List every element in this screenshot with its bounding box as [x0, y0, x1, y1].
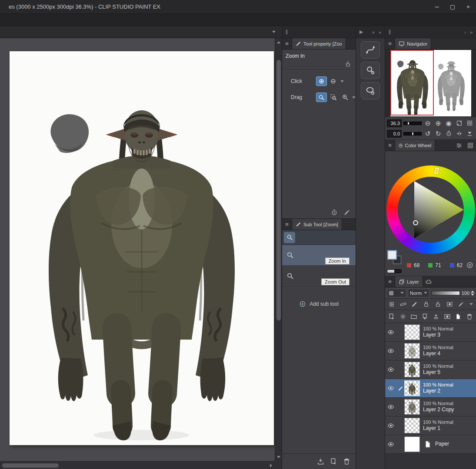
layer-row-layer2[interactable]: 100 % Normal Layer 2: [385, 379, 476, 398]
rotate-value-field[interactable]: 0.0: [387, 130, 402, 138]
color-wheel[interactable]: [386, 165, 475, 254]
fit-to-window-button[interactable]: [465, 119, 474, 128]
layer-row-paper[interactable]: Paper: [385, 435, 476, 454]
zoom-out-button[interactable]: ⊖: [423, 119, 432, 128]
delete-sub-tool-icon[interactable]: [343, 458, 350, 465]
collapse-right-icon[interactable]: ▶: [359, 29, 363, 35]
visibility-eye-icon[interactable]: [385, 329, 396, 336]
panel-menu-icon[interactable]: ≡: [385, 140, 395, 151]
canvas-viewport[interactable]: [0, 38, 275, 461]
rotate-left-button[interactable]: ↺: [423, 129, 432, 138]
ellipse-tool-button[interactable]: [361, 82, 380, 99]
zoom-value-field[interactable]: 36.3: [387, 119, 402, 127]
set-ruler-button[interactable]: [400, 301, 406, 307]
tab-sub-tool[interactable]: Sub Tool [Zoom]: [292, 219, 342, 230]
vertical-scrollbar[interactable]: [275, 38, 282, 461]
minimize-button[interactable]: ─: [429, 0, 445, 14]
drag-dropdown-icon[interactable]: [352, 96, 356, 99]
layer-row-layer5[interactable]: 100 % Normal Layer 5: [385, 360, 476, 379]
collapse-right-icon[interactable]: ›: [464, 30, 466, 35]
new-folder-button[interactable]: [410, 313, 417, 320]
sub-tool-item-zoom-out[interactable]: Zoom Out: [282, 266, 356, 287]
delete-layer-button[interactable]: [466, 313, 473, 320]
horizontal-scroll-thumb[interactable]: [2, 463, 59, 468]
tab-color-wheel[interactable]: ◎ Color Wheel: [395, 140, 435, 151]
layer-color-dropdown[interactable]: [387, 289, 406, 297]
zoom-tool-icon[interactable]: [284, 232, 295, 243]
enable-mask-button[interactable]: [446, 301, 453, 307]
sub-tool-item-zoom-in[interactable]: Zoom In: [282, 245, 356, 266]
panel-grip-icon[interactable]: ∥: [389, 29, 391, 35]
navigator-preview[interactable]: [385, 50, 476, 117]
copy-sub-tool-icon[interactable]: [330, 458, 337, 465]
visibility-eye-icon[interactable]: [385, 441, 396, 448]
fit-to-screen-button[interactable]: [455, 119, 463, 128]
rotate-slider[interactable]: [403, 132, 422, 135]
sub-tool-group-row[interactable]: [282, 230, 356, 245]
reference-layer-button[interactable]: [411, 301, 418, 307]
hide-setting-icon[interactable]: [343, 209, 350, 216]
main-color-swatch[interactable]: [387, 250, 397, 260]
drag-cancel-zoom-button[interactable]: [340, 92, 350, 102]
tab-navigator[interactable]: Navigator: [395, 38, 431, 49]
panel-menu-icon[interactable]: ≡: [385, 276, 395, 287]
new-raster-layer-button[interactable]: [388, 313, 395, 320]
restore-default-icon[interactable]: [331, 209, 338, 216]
layer-row-layer3[interactable]: 100 % Normal Layer 3: [385, 323, 476, 342]
draft-layer-button[interactable]: [458, 301, 464, 307]
panel-menu-icon[interactable]: ≡: [282, 38, 292, 49]
navigator-view-rectangle[interactable]: [390, 50, 434, 116]
tab-tool-property[interactable]: Tool property [Zoo: [292, 38, 346, 49]
sv-cursor[interactable]: [413, 220, 418, 225]
tab-layer-search[interactable]: [423, 276, 434, 287]
drawing-canvas[interactable]: [10, 51, 274, 445]
visibility-eye-icon[interactable]: [385, 347, 396, 354]
dock-right-icon[interactable]: »: [470, 30, 473, 35]
reset-rotate-button[interactable]: [444, 129, 453, 138]
scroll-up-icon[interactable]: [277, 41, 280, 43]
merge-to-lower-button[interactable]: [433, 313, 439, 320]
transparent-color-button[interactable]: [387, 269, 402, 273]
click-zoom-out-button[interactable]: ⊖: [328, 76, 339, 86]
zoom-100-button[interactable]: ◉: [444, 119, 453, 128]
drag-zoom-button[interactable]: [316, 92, 327, 102]
horizontal-scrollbar[interactable]: [0, 461, 275, 469]
maximize-button[interactable]: ▢: [445, 0, 460, 14]
scroll-right-icon[interactable]: [270, 464, 272, 467]
visibility-eye-icon[interactable]: [385, 385, 396, 392]
lock-layer-button[interactable]: [423, 301, 429, 307]
zoom-slider[interactable]: [403, 122, 422, 125]
lock-transparent-pixels-button[interactable]: [435, 301, 441, 307]
layer-thumbnail[interactable]: [404, 343, 420, 359]
sv-triangle[interactable]: [386, 165, 475, 254]
visibility-eye-icon[interactable]: [385, 422, 396, 429]
scroll-down-icon[interactable]: [277, 456, 280, 458]
chevron-down-icon[interactable]: [469, 303, 473, 305]
tab-color-slider[interactable]: [453, 140, 465, 151]
layer-thumbnail[interactable]: [404, 380, 420, 396]
layer-thumbnail[interactable]: [404, 362, 420, 377]
zoom-tool-button[interactable]: [361, 62, 380, 79]
click-dropdown-icon[interactable]: [340, 80, 344, 83]
rotate-right-button[interactable]: ↻: [434, 129, 443, 138]
blend-mode-dropdown[interactable]: Normal: [408, 289, 429, 297]
click-zoom-in-button[interactable]: ⊕: [316, 76, 327, 86]
layer-thumbnail[interactable]: [404, 418, 420, 433]
drag-area-zoom-button[interactable]: [328, 92, 339, 102]
panel-menu-icon[interactable]: ≡: [282, 219, 292, 230]
new-layer-dialog-button[interactable]: [399, 313, 406, 320]
navigator-thumbnail[interactable]: [390, 50, 471, 116]
color-mode-icon[interactable]: ◎: [466, 260, 473, 269]
dock-left-icon[interactable]: «: [379, 30, 381, 35]
layer-thumbnail[interactable]: [404, 436, 420, 452]
panel-menu-icon[interactable]: ≡: [385, 38, 395, 49]
opacity-spinner[interactable]: [471, 291, 474, 296]
layer-thumbnail[interactable]: [404, 324, 420, 340]
transfer-to-lower-button[interactable]: [422, 313, 429, 320]
clip-at-layer-below-button[interactable]: [388, 301, 395, 307]
flip-horizontal-button[interactable]: [455, 129, 463, 138]
visibility-eye-icon[interactable]: [385, 403, 396, 410]
layer-row-layer1[interactable]: 100 % Normal Layer 1: [385, 416, 476, 435]
canvas-collapse-icon[interactable]: [272, 31, 276, 33]
spline-tool-button[interactable]: [361, 41, 380, 59]
